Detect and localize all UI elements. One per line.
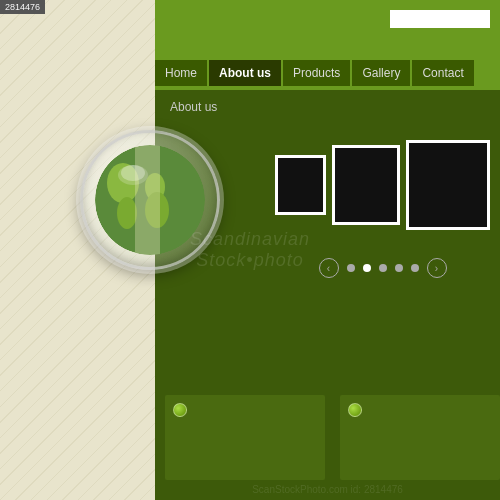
slide-thumb-3[interactable] [406, 140, 490, 230]
nav-dot-2[interactable] [363, 264, 371, 272]
slideshow-area: ‹ › [275, 120, 490, 280]
globe-container [80, 130, 220, 270]
nav-home[interactable]: Home [155, 60, 207, 86]
svg-rect-7 [135, 145, 160, 255]
nav-dots: ‹ › [275, 258, 490, 278]
slide-thumb-2[interactable] [332, 145, 400, 225]
nav-contact[interactable]: Contact [412, 60, 473, 86]
card-2 [340, 395, 500, 480]
nav-dot-3[interactable] [379, 264, 387, 272]
nav-about[interactable]: About us [209, 60, 281, 86]
svg-point-8 [121, 165, 145, 181]
slide-images [275, 120, 490, 250]
page-title: About us [155, 90, 500, 124]
nav-products[interactable]: Products [283, 60, 350, 86]
card-1 [165, 395, 325, 480]
globe [80, 130, 220, 270]
prev-arrow[interactable]: ‹ [319, 258, 339, 278]
nav-dot-5[interactable] [411, 264, 419, 272]
bottom-cards [165, 395, 500, 480]
top-bar [390, 10, 490, 28]
page-wrapper: 2814476 Home About us Products Gallery C… [0, 0, 500, 500]
content-area: About us [155, 90, 500, 500]
slide-thumb-1[interactable] [275, 155, 326, 215]
nav-gallery[interactable]: Gallery [352, 60, 410, 86]
search-input[interactable] [390, 10, 490, 28]
next-arrow[interactable]: › [427, 258, 447, 278]
id-badge: 2814476 [0, 0, 45, 14]
nav-dot-4[interactable] [395, 264, 403, 272]
card-2-dot [348, 403, 362, 417]
svg-point-3 [117, 197, 137, 229]
nav-bar: Home About us Products Gallery Contact [155, 60, 500, 86]
card-1-dot [173, 403, 187, 417]
nav-dot-1[interactable] [347, 264, 355, 272]
